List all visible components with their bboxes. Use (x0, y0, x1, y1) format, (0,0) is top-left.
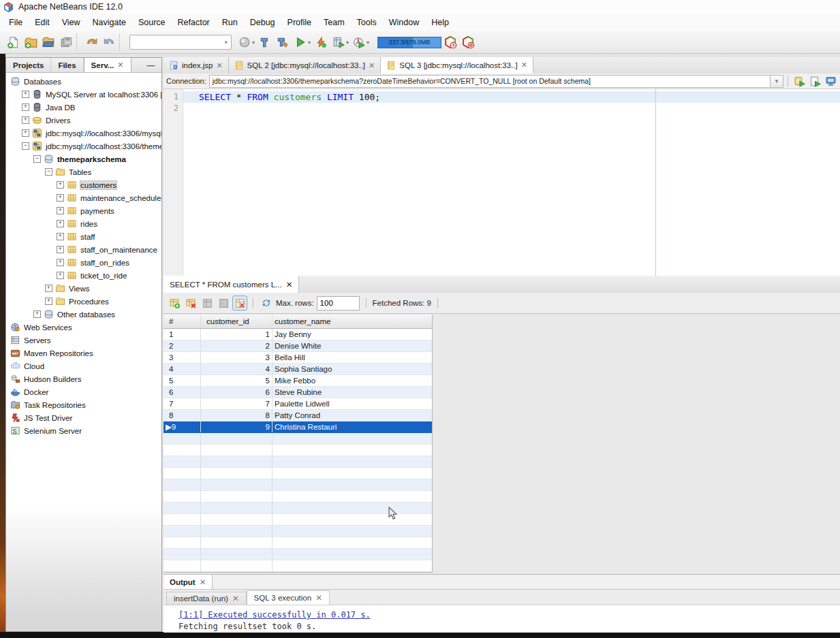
table-cell[interactable] (164, 491, 201, 502)
table-cell[interactable]: Paulette Lidwell (273, 398, 431, 409)
table-cell[interactable] (164, 456, 201, 467)
expand-toggle-icon[interactable]: + (45, 298, 52, 305)
table-cell[interactable]: 7 (164, 398, 201, 409)
expand-toggle-icon[interactable]: + (57, 233, 64, 240)
table-cell[interactable]: Denise White (273, 340, 431, 351)
build-button[interactable] (256, 33, 274, 51)
expand-toggle-icon[interactable]: + (22, 129, 29, 137)
redo-button[interactable] (100, 33, 118, 51)
tree-item-staff[interactable]: +staff (6, 230, 161, 243)
tree-item-task-repositories[interactable]: Task Repositories (6, 398, 161, 411)
table-row[interactable]: 55Mike Febbo (164, 375, 432, 387)
clean-build-button[interactable] (274, 33, 292, 51)
expand-toggle-icon[interactable]: + (22, 116, 29, 124)
table-cell[interactable]: 5 (164, 375, 201, 386)
table-cell[interactable]: 1 (201, 329, 273, 340)
table-cell[interactable]: 3 (164, 352, 201, 363)
expand-toggle-icon[interactable]: + (57, 194, 64, 202)
profile-button[interactable] (350, 33, 368, 51)
collapse-toggle-icon[interactable]: − (33, 155, 41, 163)
tree-item-staff-on-rides[interactable]: +staff_on_rides (6, 256, 161, 269)
table-cell[interactable] (164, 514, 201, 525)
table-cell[interactable] (201, 445, 273, 456)
table-cell[interactable] (201, 468, 273, 479)
output-link-line[interactable]: [1:1] Executed successfully in 0.017 s. (178, 609, 840, 621)
table-cell[interactable] (273, 456, 431, 467)
insert-record-button[interactable] (168, 296, 181, 310)
close-icon[interactable]: ✕ (369, 61, 375, 70)
debug-attach-button[interactable] (312, 33, 330, 51)
chevron-down-icon[interactable]: ▾ (308, 39, 311, 46)
expand-toggle-icon[interactable]: + (33, 310, 41, 318)
sql-history-button[interactable] (824, 74, 837, 88)
tree-item-procedures[interactable]: +Procedures (6, 295, 161, 308)
panel-tab-projects[interactable]: Projects (6, 58, 51, 72)
column-header-customer_id[interactable]: customer_id (201, 315, 273, 328)
connection-combobox[interactable]: jdbc:mysql://localhost:3306/themeparksch… (209, 75, 771, 88)
run-button[interactable] (292, 33, 309, 51)
empty-table-row[interactable] (164, 479, 432, 491)
close-icon[interactable]: ✕ (200, 577, 206, 587)
undo-button[interactable] (82, 33, 100, 51)
tree-item-jdbc-mysql-localhost-3306-them[interactable]: −jdbc:mysql://localhost:3306/themep. (6, 140, 161, 153)
menu-help[interactable]: Help (425, 14, 455, 31)
tree-item-themeparkschema[interactable]: −themeparkschema (6, 153, 161, 165)
menu-file[interactable]: File (3, 14, 29, 31)
table-cell[interactable] (164, 549, 201, 560)
tree-item-maven-repositories[interactable]: Maven Repositories (6, 347, 161, 360)
chevron-down-icon[interactable]: ▾ (346, 39, 349, 46)
table-cell[interactable] (201, 479, 273, 490)
table-cell[interactable]: 8 (164, 410, 201, 421)
close-icon[interactable]: ✕ (315, 593, 322, 603)
close-icon[interactable]: ✕ (521, 61, 527, 69)
table-cell[interactable]: 1 (164, 329, 201, 340)
configuration-combobox[interactable]: ▾ (129, 35, 232, 50)
table-cell[interactable]: 6 (164, 387, 201, 398)
table-cell[interactable] (201, 491, 273, 502)
table-row[interactable]: 33Bella Hill (164, 352, 432, 364)
tree-item-cloud[interactable]: Cloud (6, 360, 161, 372)
tree-item-rides[interactable]: +rides (6, 217, 161, 230)
expand-toggle-icon[interactable]: + (57, 246, 64, 253)
tree-item-views[interactable]: +Views (6, 282, 161, 295)
expand-toggle-icon[interactable]: + (57, 259, 64, 266)
chevron-down-icon[interactable]: ▾ (367, 39, 369, 46)
tree-item-databases[interactable]: Databases (6, 75, 161, 88)
table-cell[interactable]: 8 (201, 410, 273, 421)
table-cell[interactable] (273, 479, 431, 490)
empty-table-row[interactable] (164, 445, 432, 456)
tree-item-mysql-server-at-localhost-3306[interactable]: +MySQL Server at localhost:3306 [roo (6, 88, 161, 101)
chevron-down-icon[interactable]: ▾ (252, 39, 255, 46)
table-row[interactable]: 88Patty Conrad (164, 410, 432, 421)
empty-table-row[interactable] (164, 468, 432, 479)
connection-dropdown-icon[interactable]: ▾ (771, 75, 783, 88)
table-cell[interactable] (201, 549, 273, 560)
table-cell[interactable] (201, 560, 273, 571)
table-cell[interactable]: 6 (201, 387, 273, 398)
debug-project-button[interactable] (330, 33, 347, 51)
table-cell[interactable]: 3 (201, 352, 273, 363)
table-cell[interactable]: Bella Hill (273, 352, 431, 363)
close-icon[interactable]: ✕ (286, 280, 293, 289)
table-cell[interactable] (201, 433, 273, 444)
table-row[interactable]: 22Denise White (164, 340, 432, 352)
menu-debug[interactable]: Debug (244, 14, 281, 31)
output-tab[interactable]: Output ✕ (164, 575, 213, 589)
table-cell[interactable]: Jay Benny (273, 329, 431, 340)
panel-tab-files[interactable]: Files (51, 58, 83, 72)
table-cell[interactable]: Steve Rubine (273, 387, 431, 398)
table-cell[interactable] (273, 468, 431, 479)
tree-item-selenium-server[interactable]: Selenium Server (6, 424, 161, 437)
table-cell[interactable] (164, 433, 201, 444)
table-cell[interactable]: Sophia Santiago (273, 364, 431, 374)
table-row[interactable]: ▶99Christina Restauri (164, 421, 432, 433)
open-project-button[interactable] (40, 33, 57, 51)
result-tab[interactable]: SELECT * FROM customers L... ✕ (164, 276, 299, 293)
column-header-customer_name[interactable]: customer_name (273, 315, 431, 328)
table-cell[interactable] (273, 445, 431, 456)
table-cell[interactable] (201, 456, 273, 467)
new-project-button[interactable] (22, 33, 40, 51)
tree-item-tables[interactable]: −Tables (6, 165, 161, 178)
menu-source[interactable]: Source (132, 14, 172, 31)
tree-item-other-databases[interactable]: +Other databases (6, 308, 161, 321)
